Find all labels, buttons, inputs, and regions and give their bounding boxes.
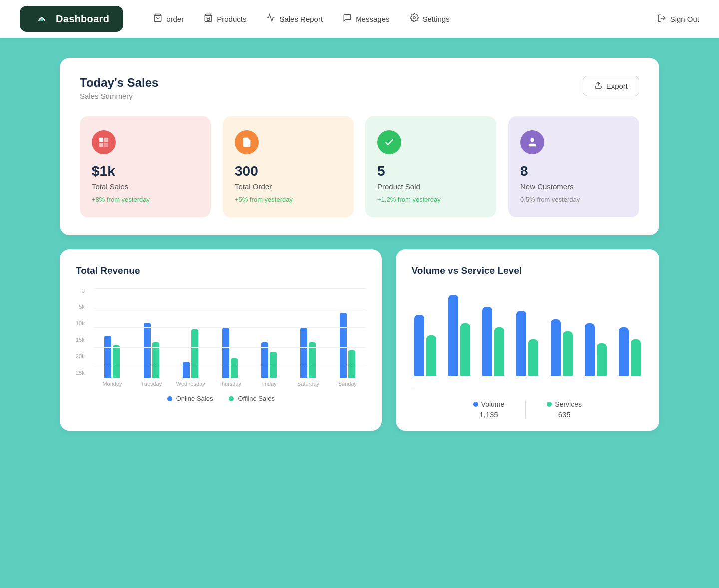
stats-grid: $1k Total Sales +8% from yesterday 300 T… xyxy=(80,116,639,217)
vol-bar-service xyxy=(528,339,538,376)
bar-online xyxy=(183,362,190,378)
y-label-10k: 10k xyxy=(76,321,85,326)
vol-bar-group xyxy=(616,327,643,376)
svg-rect-11 xyxy=(104,143,108,147)
card-title: Today's Sales xyxy=(80,76,158,90)
y-label-15k: 15k xyxy=(76,337,85,343)
vol-bar-service xyxy=(494,327,504,376)
nav-products[interactable]: Products xyxy=(204,13,246,25)
bar-groups xyxy=(94,288,366,378)
vol-bar-group xyxy=(412,315,439,376)
stat-new-customers: 8 New Customers 0,5% from yesterday xyxy=(508,116,639,217)
navbar: Dashboard order Products Sales Report Me… xyxy=(0,0,719,38)
x-label: Monday xyxy=(94,378,131,387)
bar-online xyxy=(144,323,151,378)
product-sold-icon xyxy=(377,130,401,154)
bar-offline xyxy=(309,342,316,378)
vol-bar-group xyxy=(514,311,541,376)
x-label: Sunday xyxy=(329,378,365,387)
legend-dot-online xyxy=(167,396,172,401)
x-labels: MondayTuesdayWednesdayThursdayFridaySatu… xyxy=(94,378,366,387)
nav-settings[interactable]: Settings xyxy=(410,13,450,25)
vol-bar-group xyxy=(480,307,507,376)
total-sales-label: Total Sales xyxy=(92,182,199,191)
legend-offline: Offline Sales xyxy=(229,395,274,402)
nav-sales-report[interactable]: Sales Report xyxy=(266,13,323,25)
vol-bar-volume xyxy=(619,327,629,376)
sales-report-icon xyxy=(266,13,275,25)
vol-legend-volume-label: Volume xyxy=(481,400,505,408)
vol-dot-blue xyxy=(473,402,478,407)
bar-offline xyxy=(348,350,355,378)
product-sold-change: +1,2% from yesterday xyxy=(377,196,484,203)
export-label: Export xyxy=(606,82,628,90)
bar-offline xyxy=(191,329,198,378)
nav-messages[interactable]: Messages xyxy=(343,13,389,25)
total-order-label: Total Order xyxy=(235,182,342,191)
brand-logo[interactable]: Dashboard xyxy=(20,6,123,32)
x-label: Tuesday xyxy=(133,378,170,387)
y-label-0: 0 xyxy=(76,288,85,294)
export-button[interactable]: Export xyxy=(583,76,639,96)
vol-legend-volume: Volume 1,135 xyxy=(473,400,505,419)
svg-rect-10 xyxy=(99,143,103,147)
vol-bar-volume xyxy=(414,315,424,376)
bar-offline xyxy=(152,342,159,378)
svg-point-14 xyxy=(530,138,534,142)
bar-offline xyxy=(270,352,277,378)
order-icon xyxy=(153,13,162,25)
sign-out-label: Sign Out xyxy=(670,15,699,23)
bar-group xyxy=(172,288,209,378)
dashboard-icon xyxy=(34,11,50,27)
y-axis: 25k 20k 15k 10k 5k 0 xyxy=(76,288,85,378)
svg-rect-9 xyxy=(104,138,108,142)
bar-group xyxy=(329,288,365,378)
total-sales-icon xyxy=(92,130,116,154)
x-label: Friday xyxy=(250,378,287,387)
total-sales-change: +8% from yesterday xyxy=(92,196,199,203)
bars-wrapper: MondayTuesdayWednesdayThursdayFridaySatu… xyxy=(94,288,366,387)
bar-group xyxy=(250,288,287,378)
vol-bar-volume xyxy=(585,323,595,376)
volume-chart-card: Volume vs Service Level Volume 1,135 Se xyxy=(396,249,659,431)
vol-bar-volume xyxy=(551,319,561,376)
vol-bar-volume xyxy=(448,295,458,376)
vol-legend-services: Services 635 xyxy=(547,400,582,419)
legend-offline-label: Offline Sales xyxy=(238,395,274,402)
sign-out-button[interactable]: Sign Out xyxy=(657,14,699,24)
bar-pair xyxy=(183,288,198,378)
card-header: Today's Sales Sales Summery Export xyxy=(80,76,639,100)
main-content: Today's Sales Sales Summery Export $1k T… xyxy=(0,38,719,451)
bar-pair xyxy=(104,288,120,378)
bar-online xyxy=(104,336,111,378)
svg-point-5 xyxy=(413,16,415,19)
total-order-value: 300 xyxy=(235,163,342,179)
vol-bar-group xyxy=(582,323,609,376)
signout-icon xyxy=(657,14,666,24)
revenue-chart-card: Total Revenue 25k 20k 15k 10k 5k 0 xyxy=(60,249,382,431)
bar-offline xyxy=(231,358,238,378)
card-title-area: Today's Sales Sales Summery xyxy=(80,76,158,100)
messages-icon xyxy=(343,13,352,25)
legend-online: Online Sales xyxy=(167,395,213,402)
nav-messages-label: Messages xyxy=(356,15,389,23)
chart-legend: Online Sales Offline Sales xyxy=(76,395,366,402)
nav-products-label: Products xyxy=(217,15,246,23)
vol-services-value: 635 xyxy=(558,410,571,419)
bar-offline xyxy=(113,345,120,378)
x-label: Thursday xyxy=(211,378,248,387)
brand-label: Dashboard xyxy=(56,13,109,25)
revenue-chart-body: 25k 20k 15k 10k 5k 0 xyxy=(76,288,366,387)
bar-group xyxy=(94,288,131,378)
vol-bar-service xyxy=(460,323,470,376)
vol-volume-value: 1,135 xyxy=(479,410,498,419)
bar-pair xyxy=(340,288,355,378)
new-customers-label: New Customers xyxy=(520,182,627,191)
bar-online xyxy=(300,328,307,378)
vol-bar-volume xyxy=(516,311,526,376)
card-subtitle: Sales Summery xyxy=(80,92,158,100)
new-customers-value: 8 xyxy=(520,163,627,179)
vol-bar-service xyxy=(563,331,573,376)
revenue-chart-title: Total Revenue xyxy=(76,265,366,276)
nav-order[interactable]: order xyxy=(153,13,184,25)
